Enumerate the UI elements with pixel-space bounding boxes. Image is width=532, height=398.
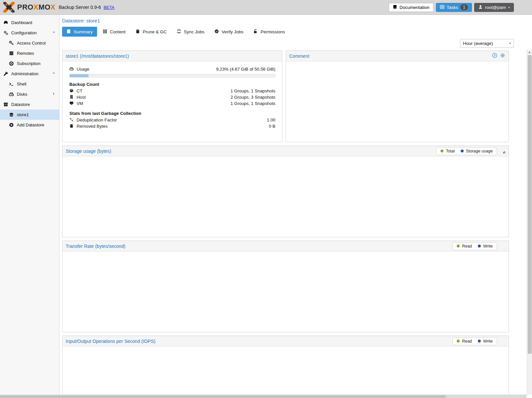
collapse-panel-icon[interactable]: 0500 k1 M1.5 M2 M2020-11-0611:01:002020-… [500, 243, 505, 249]
sidebar-item-remotes[interactable]: Remotes [0, 48, 59, 58]
chart-title: Storage usage (bytes) [66, 149, 111, 154]
tab-verify-jobs[interactable]: Verify Jobs [210, 27, 248, 37]
row-label: CT [77, 88, 83, 93]
tab-summary[interactable]: Summary [62, 27, 97, 37]
legend-label: Storage usage [466, 149, 493, 153]
legend-item-write[interactable]: Write [478, 244, 493, 249]
collapse-panel-icon[interactable]: 010 G20 G30 G40 G50 G60 G2020-11-0611:01… [500, 148, 505, 154]
row-value: 1 Groups, 1 Snapshots [231, 88, 275, 93]
sidebar-item-dashboard[interactable]: Dashboard [0, 17, 59, 28]
sidebar-item-configuration[interactable]: Configuration [0, 28, 59, 38]
legend-item-read[interactable]: Read [457, 244, 472, 249]
tab-permissions[interactable]: Permissions [249, 27, 289, 37]
timeframe-select[interactable]: Hour (average) ▾ [460, 39, 514, 48]
row-label: Removed Bytes [77, 124, 108, 129]
proxmox-x-logo-icon [3, 2, 15, 13]
comment-body[interactable] [286, 61, 509, 142]
chart-header: Transfer Rate (bytes/second)ReadWrite050… [62, 241, 509, 251]
legend-item-write[interactable]: Write [478, 339, 493, 344]
sidebar-item-add-datastore[interactable]: Add Datastore [0, 120, 59, 130]
caret-right-icon[interactable] [52, 92, 56, 97]
beta-link[interactable]: BETA [104, 5, 115, 10]
archive-icon [3, 102, 9, 107]
backup-count-row-vm: VM1 Groups, 1 Snapshots [69, 100, 275, 107]
tasks-button[interactable]: Tasks 1 [436, 3, 472, 12]
tab-label: Summary [74, 29, 93, 34]
chart-header: Input/Output Operations per Second (IOPS… [62, 336, 509, 347]
chart-legend: ReadWrite [452, 242, 497, 250]
comment-title: Comment [289, 53, 309, 59]
horizontal-scrollbar[interactable] [0, 395, 527, 398]
row-value: 1 Groups, 1 Snapshots [231, 101, 275, 106]
legend-item-read[interactable]: Read [457, 339, 472, 344]
sidebar-item-label: Remotes [17, 51, 34, 56]
caret-down-icon[interactable] [52, 71, 56, 76]
tab-label: Content [110, 29, 125, 34]
sidebar-item-shell[interactable]: Shell [0, 79, 59, 89]
summary-cards: store1 (/mnt/datastores/store1) Usage9.2… [62, 50, 509, 398]
edit-comment-icon[interactable] [492, 53, 497, 59]
terminal-icon [9, 82, 14, 87]
scroll-up-arrow[interactable]: ▲ [527, 50, 532, 55]
key-icon [9, 41, 14, 46]
sidebar-item-subscription[interactable]: Subscription [0, 58, 59, 69]
row-label: VM [77, 101, 83, 106]
datastore-info-body: Usage9.23% (4.67 GiB of 50.56 GiB)Backup… [62, 61, 282, 129]
wrench-icon [3, 71, 9, 77]
comment-panel: Comment [286, 50, 509, 142]
vertical-scrollbar-thumb[interactable] [528, 55, 532, 354]
plus-circle-icon [9, 122, 14, 128]
chart-header: Storage usage (bytes)TotalStorage usage0… [62, 146, 509, 156]
brand-wordmark: PROXMOX [17, 3, 55, 12]
tab-content[interactable]: Content [98, 27, 130, 37]
row-value: 0 B [269, 124, 275, 129]
sidebar-nav: DashboardConfigurationAccess ControlRemo… [0, 15, 59, 395]
sidebar-item-label: Datastore [11, 102, 30, 107]
chart-legend: TotalStorage usage [436, 147, 497, 155]
sidebar-item-label: Administration [11, 71, 38, 76]
legend-item-total[interactable]: Total [441, 149, 454, 153]
hdd-icon [9, 92, 14, 97]
chart-title: Transfer Rate (bytes/second) [66, 244, 125, 249]
sidebar-item-disks[interactable]: Disks [0, 89, 59, 99]
page-title: Datastore: store1 [62, 18, 532, 23]
tab-prune-gc[interactable]: Prune & GC [131, 27, 171, 37]
legend-dot-icon [457, 245, 460, 248]
collapse-panel-icon[interactable]: 01020304050602020-11-0611:01:002020-11-0… [500, 338, 505, 345]
chart-body [62, 156, 509, 237]
list-icon [440, 5, 444, 10]
tab-label: Permissions [261, 29, 285, 34]
chart-svg [63, 347, 507, 398]
legend-item-storage-usage[interactable]: Storage usage [461, 149, 493, 153]
chart-legend: ReadWrite [452, 337, 497, 345]
tab-sync-jobs[interactable]: Sync Jobs [172, 27, 209, 37]
sidebar-item-access-control[interactable]: Access Control [0, 38, 59, 48]
sidebar-item-label: Subscription [17, 61, 41, 66]
user-menu-button[interactable]: root@pam ▾ [474, 3, 514, 12]
sidebar-item-label: Access Control [17, 41, 46, 46]
legend-label: Read [462, 244, 472, 249]
backup-count-heading: Backup Count [69, 82, 275, 87]
legend-label: Write [483, 339, 493, 344]
caret-down-icon[interactable] [52, 30, 56, 35]
sidebar-item-datastore[interactable]: Datastore [0, 99, 59, 110]
legend-label: Total [446, 149, 454, 153]
vertical-scrollbar[interactable]: ▲ [527, 50, 532, 395]
trash-icon [135, 29, 140, 35]
lifering-icon [9, 61, 14, 66]
product-version-label: Backup Server 0.9-6 [59, 5, 101, 10]
legend-label: Read [462, 339, 472, 344]
row-value: 2 Groups, 3 Snapshots [231, 95, 275, 100]
sidebar-item-store1[interactable]: store1 [0, 110, 59, 120]
trash-icon [69, 124, 74, 129]
gc-row-removed-bytes: Removed Bytes0 B [69, 123, 275, 129]
tab-label: Sync Jobs [184, 29, 204, 34]
settings-gear-icon[interactable] [500, 53, 505, 59]
datastore-info-panel: store1 (/mnt/datastores/store1) Usage9.2… [62, 50, 282, 142]
horizontal-scrollbar-thumb[interactable] [0, 395, 446, 398]
sidebar-item-label: Dashboard [11, 20, 32, 25]
sidebar-item-administration[interactable]: Administration [0, 69, 59, 79]
documentation-button[interactable]: Documentation [389, 3, 434, 12]
usage-progressbar [69, 74, 275, 78]
sidebar-item-label: Disks [17, 92, 27, 97]
